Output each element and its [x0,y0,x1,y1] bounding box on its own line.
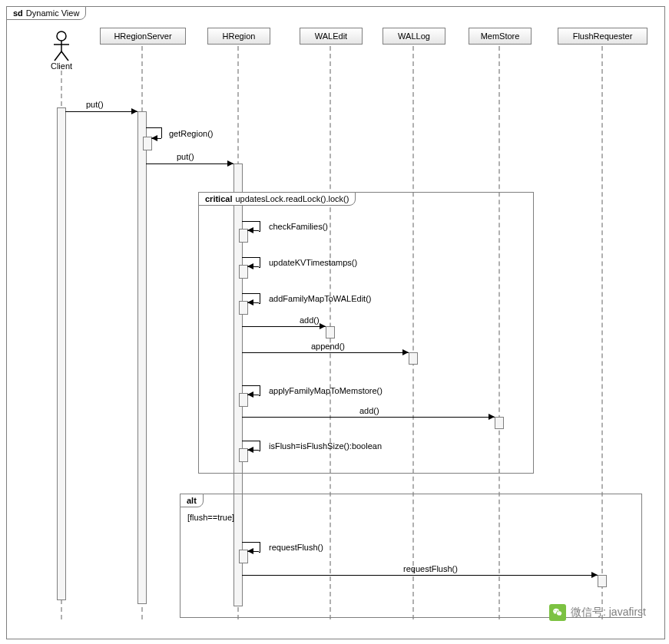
arrow [65,111,137,112]
arrow-head [320,323,326,329]
critical-frame: critical updatesLock.readLock().lock() [198,192,534,474]
activation-client [57,107,66,600]
diagram-title: sd Dynamic View [6,6,86,20]
participant-hr: HRegion [207,28,270,45]
alt-title: alt [180,494,204,507]
participant-label: MemStore [481,31,520,41]
arrow-head [131,108,137,114]
actor-label: Client [42,61,81,71]
arrow-head [227,160,233,167]
selfcall [259,542,260,553]
msg-append: append() [311,342,345,351]
arrow-head [247,391,253,398]
msg-checkfamilies: checkFamilies() [269,222,328,231]
activation-hrs [137,111,147,604]
critical-title: critical updatesLock.readLock().lock() [198,192,356,206]
diagram-op: sd [13,8,23,18]
arrow-head [402,349,409,355]
arrow-head [489,414,495,420]
svg-point-0 [57,31,66,41]
participant-wallog: WALLog [383,28,445,45]
wechat-icon [549,604,566,621]
arrow-head [247,548,253,554]
actor-client: Client [42,31,81,71]
arrow [242,257,259,258]
arrow [242,352,409,353]
arrow [146,163,233,164]
participant-waledit: WALEdit [300,28,363,45]
arrow [242,575,598,576]
alt-op: alt [187,496,197,505]
selfcall [259,385,260,396]
arrow [242,326,326,327]
watermark: 微信号: javafirst [549,604,646,621]
arrow [242,441,259,441]
watermark-text: 微信号: javafirst [571,606,646,619]
svg-line-3 [55,51,61,61]
selfcall [259,257,260,268]
participant-label: WALEdit [315,31,347,41]
participant-label: WALLog [398,31,430,41]
msg-applyfamilymem: applyFamilyMapToMemstore() [269,386,383,395]
msg-addfamilywal: addFamilyMapToWALEdit() [269,294,371,303]
arrow-head [247,299,253,305]
alt-frame: alt [180,494,642,618]
participant-label: HRegionServer [114,31,171,41]
selfcall [259,441,260,451]
critical-op: critical [205,194,232,203]
participant-label: HRegion [223,31,256,41]
msg-add1: add() [300,315,320,325]
msg-put1: put() [86,100,104,109]
arrow [146,127,161,128]
participant-hrs: HRegionServer [100,28,186,45]
arrow [242,542,259,543]
critical-guard: updatesLock.readLock().lock() [235,194,349,203]
actor-icon [52,31,71,61]
arrow-head [247,227,253,233]
msg-getregion: getRegion() [169,129,213,138]
msg-updatekv: updateKVTimestamps() [269,258,357,267]
alt-guard: [flush==true] [187,513,234,522]
participant-label: FlushRequester [573,31,633,41]
msg-add2: add() [359,406,379,415]
participant-flush: FlushRequester [558,28,647,45]
participant-memstore: MemStore [469,28,532,45]
msg-reqflush2: requestFlush() [403,564,458,573]
selfcall [259,221,260,232]
diagram-name: Dynamic View [26,8,80,18]
arrow-head [247,263,253,269]
arrow [242,417,495,418]
arrow [242,221,259,222]
msg-reqflush1: requestFlush() [269,543,323,552]
arrow [242,293,259,294]
msg-put2: put() [177,152,194,161]
arrow [242,385,259,386]
msg-isflush: isFlush=isFlushSize():boolean [269,441,382,451]
selfcall [259,293,260,304]
arrow-head [151,135,157,141]
svg-line-4 [61,51,68,61]
arrow-head [591,572,598,578]
arrow-head [247,447,253,453]
